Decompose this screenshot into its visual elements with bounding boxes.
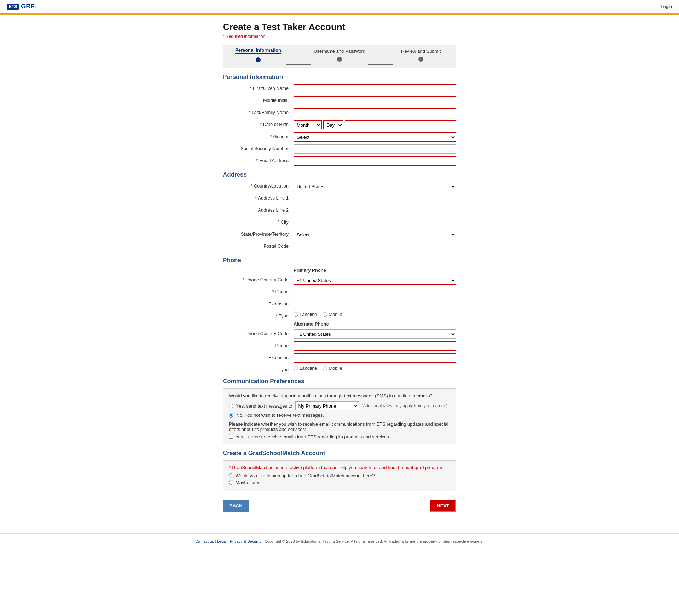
alternate-phone-spacer — [223, 321, 294, 323]
comm-agree-checkbox[interactable] — [229, 434, 233, 439]
city-label: * City — [223, 218, 294, 225]
alt-phone-input[interactable] — [294, 341, 456, 351]
required-note: * Required Information — [223, 34, 456, 39]
grad-signup-row: Would you like to sign up for a free Gra… — [229, 473, 450, 478]
comm-email-question: Please indicate whether you wish to rece… — [229, 421, 450, 432]
comm-sms-target-select[interactable]: My Primary Phone — [295, 401, 359, 410]
address2-input[interactable] — [294, 206, 456, 215]
phone-type-landline-radio[interactable] — [294, 312, 298, 317]
comm-agree-row: Yes, I agree to receive emails from ETS … — [229, 434, 450, 439]
phone-row: * Phone — [223, 288, 456, 297]
alt-phone-type-landline-label[interactable]: Landline — [294, 365, 317, 371]
middle-initial-label: Middle Initial — [223, 96, 294, 103]
extension-input[interactable] — [294, 300, 456, 309]
comm-no-radio[interactable] — [229, 413, 233, 418]
tab-personal-information-dot — [256, 57, 261, 62]
phone-input[interactable] — [294, 288, 456, 297]
tab-review-submit-dot — [418, 57, 423, 62]
primary-phone-label: Primary Phone — [294, 267, 456, 273]
alt-phone-country-code-select[interactable]: +1 United States +44 United Kingdom — [294, 329, 456, 339]
address1-input[interactable] — [294, 194, 456, 203]
first-name-label: * First/Given Name — [223, 84, 294, 91]
postal-control — [294, 242, 456, 251]
tab-username-password-dot — [337, 57, 342, 62]
footer: Contact us | Legal | Privacy & Security … — [0, 533, 679, 549]
alt-phone-type-row: Type Landline Mobile — [223, 365, 456, 372]
city-control — [294, 218, 456, 227]
address2-label: Address Line 2 — [223, 206, 294, 213]
footer-privacy-link[interactable]: Privacy & Security — [230, 539, 261, 543]
grad-later-radio[interactable] — [229, 480, 233, 485]
comm-no-label: No, I do not wish to receive text messag… — [236, 413, 324, 418]
dob-label: * Date of Birth — [223, 120, 294, 127]
alt-phone-type-landline-text: Landline — [300, 365, 317, 371]
alt-phone-type-mobile-label[interactable]: Mobile — [323, 365, 342, 371]
country-label: * Country/Location — [223, 182, 294, 189]
comm-pref-question: Would you like to receive important noti… — [229, 393, 450, 398]
ssn-input[interactable] — [294, 144, 456, 154]
first-name-input[interactable] — [294, 84, 456, 93]
country-select[interactable]: United States Canada Other — [294, 182, 456, 191]
address2-row: Address Line 2 — [223, 206, 456, 215]
grad-signup-radio[interactable] — [229, 473, 233, 478]
gender-select[interactable]: Select Male Female Non-binary — [294, 132, 456, 142]
comm-yes-radio[interactable] — [229, 404, 233, 408]
phone-type-mobile-label[interactable]: Mobile — [323, 312, 342, 317]
tab-review-submit[interactable]: Review and Submit — [393, 48, 449, 62]
back-button[interactable]: BACK — [223, 500, 249, 512]
alternate-phone-sublabel: Alternate Phone — [294, 321, 329, 327]
dob-month-select[interactable]: Month JanuaryFebruaryMarch AprilMayJune … — [294, 120, 322, 129]
comm-yes-row: Yes, send text messages to My Primary Ph… — [229, 401, 450, 410]
alt-phone-control — [294, 341, 456, 351]
alt-phone-type-mobile-text: Mobile — [329, 365, 342, 371]
header: ETS GRE. Login — [0, 0, 679, 15]
alt-extension-input[interactable] — [294, 353, 456, 363]
alt-phone-type-landline-radio[interactable] — [294, 366, 298, 370]
alt-phone-type-mobile-radio[interactable] — [323, 366, 327, 370]
primary-phone-sublabel: Primary Phone — [294, 267, 326, 273]
last-name-row: * Last/Family Name — [223, 108, 456, 117]
phone-country-code-control: +1 United States +44 United Kingdom +91 … — [294, 276, 456, 285]
email-input[interactable] — [294, 156, 456, 166]
phone-type-landline-text: Landline — [300, 312, 317, 317]
grad-later-label: Maybe later — [236, 480, 260, 485]
tab-username-password[interactable]: Username and Password — [311, 48, 368, 62]
phone-country-code-select[interactable]: +1 United States +44 United Kingdom +91 … — [294, 276, 456, 285]
footer-contact-link[interactable]: Contact us — [195, 539, 214, 543]
grad-description: * GradSchoolMatch is an interactive plat… — [229, 465, 450, 470]
state-select[interactable]: Select Alabama Alaska California New Yor… — [294, 230, 456, 239]
primary-phone-spacer — [223, 267, 294, 269]
personal-info-header: Personal Information — [223, 74, 456, 81]
tab-personal-information[interactable]: Personal Information — [230, 47, 286, 62]
primary-phone-sub: Primary Phone — [223, 267, 456, 273]
phone-label: * Phone — [223, 288, 294, 294]
alt-phone-type-control: Landline Mobile — [294, 365, 456, 371]
tab-connector-2 — [368, 64, 393, 65]
middle-initial-control — [294, 96, 456, 105]
ssn-row: Social Security Number — [223, 144, 456, 154]
phone-type-landline-label[interactable]: Landline — [294, 312, 317, 317]
address-header: Address — [223, 171, 456, 178]
postal-input[interactable] — [294, 242, 456, 251]
tab-username-password-label: Username and Password — [314, 48, 365, 54]
comm-additional-rates: (Additional rates may apply from your ca… — [362, 403, 448, 408]
address1-row: * Address Line 1 — [223, 194, 456, 203]
gender-row: * Gender Select Male Female Non-binary — [223, 132, 456, 142]
phone-country-code-row: * Phone Country Code +1 United States +4… — [223, 276, 456, 285]
ets-logo: ETS — [7, 4, 19, 10]
city-input[interactable] — [294, 218, 456, 227]
middle-initial-input[interactable] — [294, 96, 456, 105]
phone-type-mobile-radio[interactable] — [323, 312, 327, 317]
email-row: * Email Address — [223, 156, 456, 166]
alt-phone-country-code-label: Phone Country Code — [223, 329, 294, 336]
address1-control — [294, 194, 456, 203]
tab-connector-1 — [286, 64, 311, 65]
footer-legal-link[interactable]: Legal — [217, 539, 227, 543]
last-name-input[interactable] — [294, 108, 456, 117]
comm-pref-header: Communication Preferences — [223, 378, 456, 385]
next-button[interactable]: NEXT — [430, 500, 456, 512]
dob-day-select[interactable]: Day 1234 5678 910 — [323, 120, 343, 129]
dob-year-input[interactable] — [345, 120, 456, 129]
login-button[interactable]: Login — [661, 4, 672, 9]
page-container: Create a Test Taker Account * Required I… — [216, 15, 463, 526]
